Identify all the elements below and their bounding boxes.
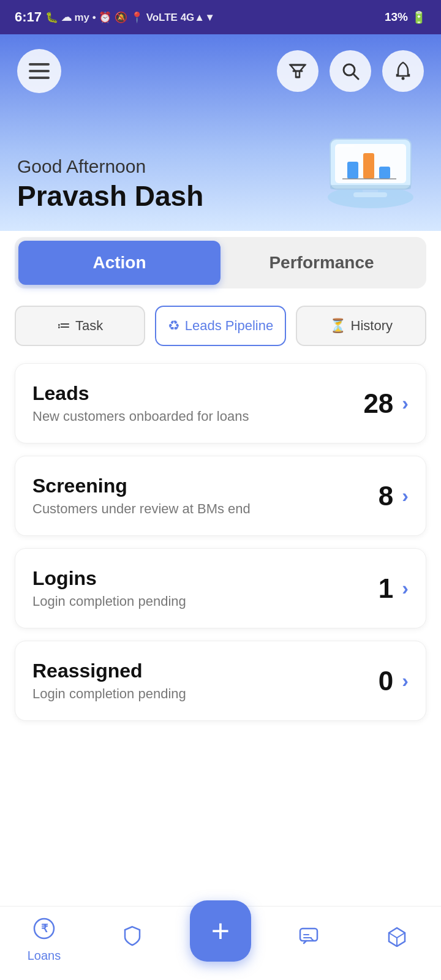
greeting-hello: Good Afternoon xyxy=(17,156,203,177)
search-icon xyxy=(341,62,360,80)
fab-plus-icon: + xyxy=(211,913,230,949)
history-icon: ⏳ xyxy=(330,318,346,334)
tab-performance[interactable]: Performance xyxy=(221,241,423,285)
header: Good Afternoon Pravash Dash xyxy=(0,34,441,231)
card-reassigned-subtitle: Login completion pending xyxy=(32,686,186,702)
fab-add-button[interactable]: + xyxy=(190,900,251,962)
nav-fab-container: + xyxy=(176,919,265,962)
dashboard-illustration xyxy=(317,118,424,213)
battery-icon: 🔋 xyxy=(412,10,426,24)
battery-percentage: 13% xyxy=(385,10,408,24)
loans-icon: ₹ xyxy=(33,918,55,945)
card-leads[interactable]: Leads New customers onboarded for loans … xyxy=(15,363,426,443)
card-screening-subtitle: Customers under review at BMs end xyxy=(32,501,251,517)
chat-icon xyxy=(298,925,320,952)
task-icon: ≔ xyxy=(57,318,70,334)
filter-icon xyxy=(288,62,307,80)
nav-loans-label: Loans xyxy=(28,949,61,963)
status-time: 6:17 xyxy=(15,9,42,25)
svg-line-5 xyxy=(353,74,358,79)
bell-icon xyxy=(394,61,412,81)
status-bar-right: 13% 🔋 xyxy=(385,10,426,24)
reassigned-chevron-icon: › xyxy=(402,669,409,692)
svg-rect-0 xyxy=(29,63,50,66)
svg-point-6 xyxy=(402,77,405,80)
search-button[interactable] xyxy=(330,50,371,92)
svg-rect-12 xyxy=(347,162,358,179)
svg-rect-1 xyxy=(29,70,50,72)
nav-shield[interactable] xyxy=(88,925,176,956)
filter-button[interactable] xyxy=(277,50,318,92)
card-leads-count: 28 xyxy=(363,388,393,419)
box-icon xyxy=(386,925,408,952)
card-leads-title: Leads xyxy=(32,382,249,405)
hamburger-icon xyxy=(29,63,50,79)
nav-loans[interactable]: ₹ Loans xyxy=(0,918,88,963)
subtab-task[interactable]: ≔ Task xyxy=(15,306,145,346)
card-screening-title: Screening xyxy=(32,475,251,497)
svg-rect-9 xyxy=(353,192,387,197)
sub-tab-bar: ≔ Task ♻ Leads Pipeline ⏳ History xyxy=(15,306,426,346)
card-logins-title: Logins xyxy=(32,567,186,590)
nav-box[interactable] xyxy=(353,925,441,956)
status-icons: 🐛 ☁ my • ⏰ 🔕 📍 VoLTE 4G▲▼ xyxy=(45,11,215,24)
svg-text:₹: ₹ xyxy=(41,922,48,935)
card-logins[interactable]: Logins Login completion pending 1 › xyxy=(15,548,426,628)
svg-rect-2 xyxy=(29,77,50,79)
status-bar: 6:17 🐛 ☁ my • ⏰ 🔕 📍 VoLTE 4G▲▼ 13% 🔋 xyxy=(0,0,441,34)
card-leads-subtitle: New customers onboarded for loans xyxy=(32,409,249,424)
leads-chevron-icon: › xyxy=(402,392,409,415)
tab-action[interactable]: Action xyxy=(18,241,221,285)
notification-button[interactable] xyxy=(382,50,424,92)
main-content: Action Performance ≔ Task ♻ Leads Pipeli… xyxy=(0,219,441,837)
leads-pipeline-icon: ♻ xyxy=(168,318,180,334)
greeting-text: Good Afternoon Pravash Dash xyxy=(17,156,203,213)
greeting-illustration xyxy=(314,118,424,213)
card-screening-count: 8 xyxy=(379,481,393,511)
status-bar-left: 6:17 🐛 ☁ my • ⏰ 🔕 📍 VoLTE 4G▲▼ xyxy=(15,9,215,25)
card-reassigned-count: 0 xyxy=(379,666,393,696)
bottom-nav: ₹ Loans + xyxy=(0,906,441,980)
card-logins-count: 1 xyxy=(379,573,393,604)
screening-chevron-icon: › xyxy=(402,484,409,507)
subtab-history-label: History xyxy=(351,318,393,334)
svg-rect-13 xyxy=(363,153,374,179)
card-screening[interactable]: Screening Customers under review at BMs … xyxy=(15,456,426,536)
card-reassigned[interactable]: Reassigned Login completion pending 0 › xyxy=(15,641,426,721)
nav-chat[interactable] xyxy=(265,925,353,956)
subtab-task-label: Task xyxy=(75,318,103,334)
tab-bar: Action Performance xyxy=(15,237,426,288)
menu-button[interactable] xyxy=(17,49,61,93)
logins-chevron-icon: › xyxy=(402,577,409,600)
card-reassigned-title: Reassigned xyxy=(32,660,186,682)
svg-rect-16 xyxy=(330,185,411,189)
greeting-section: Good Afternoon Pravash Dash xyxy=(17,118,424,231)
svg-rect-17 xyxy=(336,145,355,147)
header-action-icons xyxy=(277,50,424,92)
subtab-history[interactable]: ⏳ History xyxy=(296,306,426,346)
shield-icon xyxy=(121,925,143,952)
svg-rect-14 xyxy=(379,167,390,179)
subtab-leads-label: Leads Pipeline xyxy=(185,318,273,334)
header-top xyxy=(17,49,424,93)
subtab-leads-pipeline[interactable]: ♻ Leads Pipeline xyxy=(155,306,285,346)
greeting-name: Pravash Dash xyxy=(17,179,203,213)
card-logins-subtitle: Login completion pending xyxy=(32,594,186,609)
